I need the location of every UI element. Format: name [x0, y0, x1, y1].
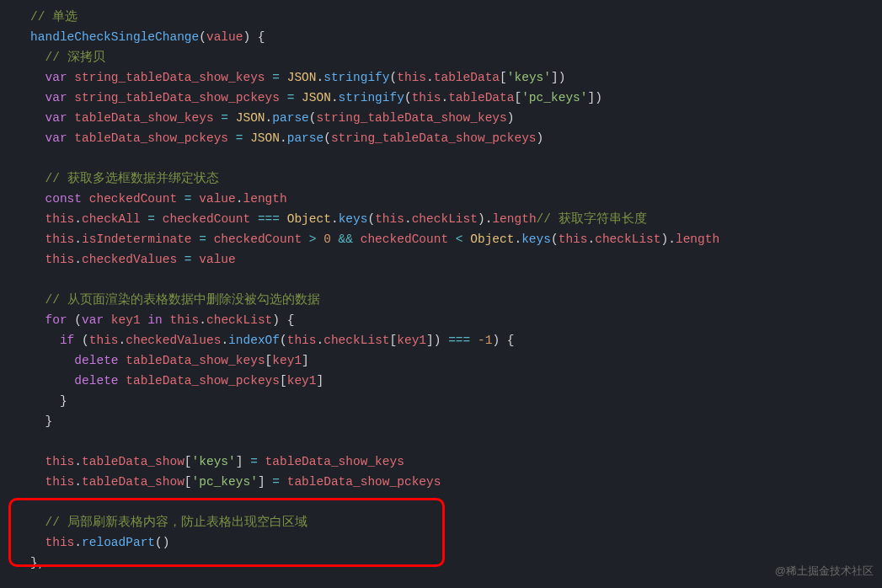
- code-line: }: [8, 394, 67, 408]
- comment: // 获取多选框数据并绑定状态: [45, 172, 219, 185]
- code-line: this.tableData_show['pc_keys'] = tableDa…: [8, 475, 441, 489]
- comment: // 从页面渲染的表格数据中删除没被勾选的数据: [45, 293, 320, 307]
- code-line: delete tableData_show_pckeys[key1]: [8, 374, 323, 388]
- comment: // 获取字符串长度: [537, 212, 647, 226]
- code-editor: // 单选 handleCheckSingleChange(value) { /…: [8, 7, 874, 573]
- code-line: // 从页面渲染的表格数据中删除没被勾选的数据: [8, 293, 320, 307]
- code-line: this.tableData_show['keys'] = tableData_…: [8, 455, 404, 468]
- comment: // 单选: [30, 10, 78, 24]
- comment: // 局部刷新表格内容，防止表格出现空白区域: [45, 516, 307, 529]
- code-line: [8, 273, 16, 286]
- code-line: // 深拷贝: [8, 51, 105, 64]
- code-line: // 局部刷新表格内容，防止表格出现空白区域: [8, 516, 307, 529]
- code-line: this.reloadPart(): [8, 536, 169, 549]
- function-name: handleCheckSingleChange: [30, 30, 199, 44]
- code-line: // 单选: [8, 10, 78, 24]
- code-line: const checkedCount = value.length: [8, 192, 287, 206]
- code-line: [8, 495, 16, 509]
- code-line: var tableData_show_keys = JSON.parse(str…: [8, 111, 514, 125]
- code-line: this.isIndeterminate = checkedCount > 0 …: [8, 233, 719, 246]
- code-line: for (var key1 in this.checkList) {: [8, 313, 294, 327]
- code-line: handleCheckSingleChange(value) {: [8, 30, 265, 44]
- code-line: [8, 152, 16, 165]
- code-line: },: [8, 556, 45, 569]
- code-line: this.checkAll = checkedCount === Object.…: [8, 212, 647, 226]
- code-line: // 获取多选框数据并绑定状态: [8, 172, 219, 185]
- watermark: @稀土掘金技术社区: [775, 561, 874, 581]
- code-line: if (this.checkedValues.indexOf(this.chec…: [8, 334, 515, 347]
- code-line: var tableData_show_pckeys = JSON.parse(s…: [8, 131, 543, 145]
- code-line: delete tableData_show_keys[key1]: [8, 354, 309, 367]
- code-line: this.checkedValues = value: [8, 253, 236, 266]
- code-line: }: [8, 414, 52, 428]
- comment: // 深拷贝: [45, 51, 105, 64]
- code-line: [8, 435, 16, 448]
- code-line: var string_tableData_show_pckeys = JSON.…: [8, 91, 602, 104]
- code-line: var string_tableData_show_keys = JSON.st…: [8, 71, 565, 84]
